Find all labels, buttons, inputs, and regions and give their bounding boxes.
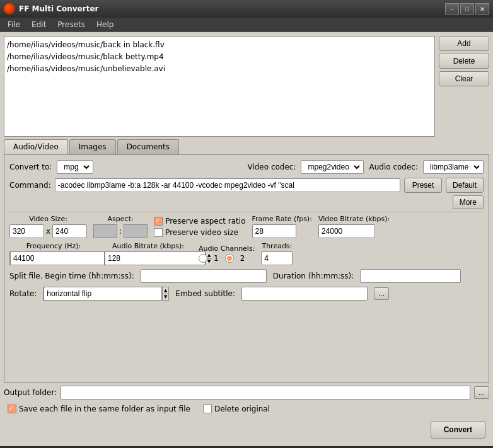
convert-to-label: Convert to:: [9, 163, 52, 171]
clear-button[interactable]: Clear: [439, 71, 489, 86]
duration-input[interactable]: [360, 269, 461, 283]
width-input[interactable]: [9, 224, 44, 238]
embed-browse-button[interactable]: ...: [374, 287, 389, 300]
radio-group: 1 2: [199, 254, 255, 263]
frame-rate-input[interactable]: [252, 224, 296, 238]
tabs-section: Audio/Video Images Documents Convert to:…: [4, 139, 489, 383]
delete-original-checkbox[interactable]: [203, 405, 212, 413]
save-same-folder-label: Save each file in the same folder as inp…: [19, 405, 190, 413]
bottom-options: Save each file in the same folder as inp…: [4, 402, 489, 416]
tab-audio-video[interactable]: Audio/Video: [4, 139, 68, 154]
audio-bitrate-group: Audio Bitrate (kbps): ▲ ▼: [104, 242, 192, 265]
separator: [9, 212, 484, 212]
rotate-arrows: ▲ ▼: [162, 287, 168, 300]
aspect-numerator[interactable]: [93, 224, 117, 238]
video-size-label: Video Size:: [9, 215, 87, 223]
delete-button[interactable]: Delete: [439, 54, 489, 69]
frequency-label: Frequency (Hz):: [9, 242, 98, 250]
tab-bar: Audio/Video Images Documents: [4, 139, 489, 154]
convert-row: Convert: [4, 418, 489, 442]
menu-bar: File Edit Presets Help: [0, 18, 493, 32]
rotate-spinbox[interactable]: ▲ ▼: [43, 287, 169, 301]
minimize-button[interactable]: −: [445, 3, 459, 14]
frequency-spinbox[interactable]: ▲ ▼: [9, 251, 98, 265]
maximize-button[interactable]: □: [460, 3, 474, 14]
threads-label: Threads:: [261, 242, 293, 250]
frequency-input[interactable]: [10, 251, 111, 265]
more-row: More: [9, 195, 484, 209]
save-same-folder-row: Save each file in the same folder as inp…: [8, 405, 190, 413]
threads-input[interactable]: [261, 251, 293, 265]
duration-label: Duration (hh:mm:ss):: [273, 272, 354, 280]
preserve-aspect-row: Preserve aspect ratio: [154, 217, 245, 226]
aspect-denominator[interactable]: [124, 224, 148, 238]
preserve-video-label: Preserve video size: [165, 228, 238, 237]
size-row: Video Size: x Aspect: :: [9, 215, 484, 238]
convert-to-select-wrapper[interactable]: mpg: [57, 160, 93, 174]
file-section: /home/ilias/videos/music/back in black.f…: [4, 36, 489, 137]
preserve-video-checkbox[interactable]: [154, 228, 163, 237]
save-same-folder-checkbox[interactable]: [8, 405, 16, 413]
menu-help[interactable]: Help: [91, 19, 119, 30]
audio-bitrate-spinbox[interactable]: ▲ ▼: [104, 251, 192, 265]
threads-group: Threads:: [261, 242, 293, 265]
preset-button[interactable]: Preset: [404, 178, 442, 193]
video-codec-label: Video codec:: [247, 163, 296, 171]
add-button[interactable]: Add: [439, 36, 489, 51]
convert-to-select[interactable]: mpg: [59, 161, 91, 173]
channel-1-label: 1: [214, 254, 219, 263]
title-bar-left: FF Multi Converter: [4, 3, 98, 14]
menu-file[interactable]: File: [3, 19, 25, 30]
tab-images[interactable]: Images: [69, 139, 116, 154]
rotate-row: Rotate: ▲ ▼ Embed subtitle: ...: [9, 287, 484, 301]
menu-edit[interactable]: Edit: [26, 19, 51, 30]
audio-channels-group: Audio Channels: 1 2: [199, 244, 255, 263]
output-input[interactable]: [61, 386, 470, 399]
embed-input[interactable]: [241, 287, 368, 301]
delete-original-label: Delete original: [214, 405, 270, 413]
tab-documents[interactable]: Documents: [117, 139, 179, 154]
rotate-down-arrow[interactable]: ▼: [163, 294, 168, 301]
output-section: Output folder: ...: [4, 386, 489, 399]
split-input[interactable]: [141, 269, 267, 283]
split-label: Split file. Begin time (hh:mm:ss):: [9, 272, 134, 280]
embed-subtitle-label: Embed subtitle:: [175, 289, 235, 298]
window-title: FF Multi Converter: [19, 4, 98, 13]
command-input[interactable]: [55, 178, 400, 192]
rotate-up-arrow[interactable]: ▲: [163, 287, 168, 294]
close-button[interactable]: ✕: [475, 3, 489, 14]
command-label: Command:: [9, 181, 51, 190]
channel-1-radio[interactable]: [199, 254, 207, 263]
size-inputs: x: [9, 224, 87, 238]
size-separator: x: [46, 227, 50, 236]
preserve-aspect-checkbox[interactable]: [154, 217, 163, 226]
output-browse-button[interactable]: ...: [474, 386, 489, 399]
height-input[interactable]: [52, 224, 87, 238]
video-bitrate-label: Video Bitrate (kbps):: [318, 215, 390, 223]
audio-codec-select-wrapper[interactable]: libmp3lame: [423, 160, 484, 174]
channel-2-radio[interactable]: [225, 254, 234, 263]
video-bitrate-input[interactable]: [318, 224, 375, 238]
video-codec-select-wrapper[interactable]: mpeg2video: [301, 160, 364, 174]
audio-codec-select[interactable]: libmp3lame: [425, 161, 482, 173]
frequency-group: Frequency (Hz): ▲ ▼: [9, 242, 98, 265]
rotate-input[interactable]: [44, 287, 162, 301]
aspect-group: Aspect: :: [93, 215, 148, 238]
title-bar: FF Multi Converter − □ ✕: [0, 0, 493, 18]
command-row: Command: Preset Default: [9, 178, 484, 193]
file-list[interactable]: /home/ilias/videos/music/back in black.f…: [4, 36, 435, 137]
video-size-group: Video Size: x: [9, 215, 87, 238]
menu-presets[interactable]: Presets: [52, 19, 90, 30]
audio-bitrate-input[interactable]: [105, 251, 206, 265]
video-codec-select[interactable]: mpeg2video: [303, 161, 362, 173]
codec-row: Convert to: mpg Video codec: mpeg2video …: [9, 160, 484, 174]
convert-button[interactable]: Convert: [431, 421, 485, 439]
video-bitrate-group: Video Bitrate (kbps):: [318, 215, 390, 238]
audio-bitrate-label: Audio Bitrate (kbps):: [104, 242, 192, 250]
preserve-aspect-label: Preserve aspect ratio: [165, 217, 245, 226]
aspect-colon: :: [119, 227, 122, 236]
file-list-item: /home/ilias/videos/music/back in black.f…: [7, 39, 432, 51]
default-button[interactable]: Default: [446, 178, 484, 193]
split-duration-row: Split file. Begin time (hh:mm:ss): Durat…: [9, 269, 484, 283]
more-button[interactable]: More: [453, 195, 484, 209]
